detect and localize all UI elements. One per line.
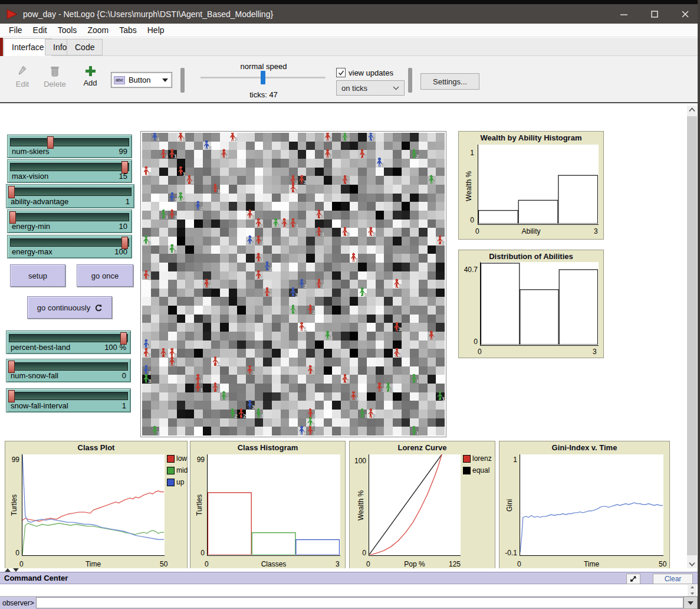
y-axis-label: Wealth % bbox=[465, 146, 473, 226]
svg-text:1: 1 bbox=[183, 197, 186, 203]
close-icon[interactable] bbox=[681, 10, 689, 18]
window-right-edge bbox=[698, 0, 700, 609]
slider-track[interactable] bbox=[9, 334, 128, 342]
slider-value: 1 bbox=[126, 197, 130, 206]
svg-text:1: 1 bbox=[165, 153, 169, 159]
svg-text:1: 1 bbox=[312, 421, 316, 428]
add-widget-button[interactable]: Add bbox=[80, 65, 101, 87]
slider-energy-max[interactable]: energy-max100 bbox=[7, 235, 132, 258]
slider-track[interactable] bbox=[10, 238, 129, 247]
slider-handle[interactable] bbox=[8, 390, 15, 402]
output-scrollbar[interactable] bbox=[688, 585, 696, 596]
y-axis-label: Turtles bbox=[195, 454, 203, 556]
plot-ability-distribution: Distribution of Abilities 40.7 0 0 3 bbox=[458, 250, 604, 358]
minimize-icon[interactable] bbox=[620, 10, 628, 18]
slider-num-snow-fall[interactable]: num-snow-fall0 bbox=[6, 359, 131, 382]
scroll-up-icon[interactable] bbox=[691, 586, 694, 588]
go-continuously-button[interactable]: go continuously bbox=[27, 296, 112, 319]
legend-item-equal: equal bbox=[463, 466, 489, 474]
title-bar[interactable]: pow_day - NetLogo {C:\Users\murph\DSTI\A… bbox=[0, 4, 698, 24]
slider-handle[interactable] bbox=[8, 186, 15, 198]
slider-track[interactable] bbox=[10, 213, 129, 221]
netlogo-logo-icon bbox=[5, 8, 18, 21]
svg-text:2: 2 bbox=[347, 136, 350, 142]
svg-text:1: 1 bbox=[330, 136, 333, 142]
main-scrollbar[interactable] bbox=[687, 106, 697, 568]
command-history-dropdown[interactable] bbox=[683, 597, 698, 609]
svg-text:3: 3 bbox=[321, 214, 324, 220]
legend-item-lorenz: lorenz bbox=[463, 454, 492, 463]
plot-class-histogram: Class Histogram 99 0 Turtles 0 Classes 3 bbox=[190, 441, 346, 568]
svg-text:1: 1 bbox=[174, 361, 178, 367]
speed-slider-handle[interactable] bbox=[261, 71, 265, 84]
plot-title: Lorenz Curve bbox=[350, 443, 495, 452]
scroll-down-icon[interactable] bbox=[687, 562, 697, 567]
menu-zoom[interactable]: Zoom bbox=[82, 24, 114, 37]
svg-text:2: 2 bbox=[200, 205, 203, 211]
slider-track[interactable] bbox=[9, 392, 128, 400]
slider-value: 0 bbox=[122, 371, 126, 380]
tab-code[interactable]: Code bbox=[67, 39, 103, 55]
scrollbar-thumb[interactable] bbox=[687, 116, 697, 555]
slider-percent-best-land[interactable]: percent-best-land100 % bbox=[6, 330, 131, 354]
expand-command-center-button[interactable] bbox=[626, 574, 640, 584]
x-tick-max: 3 bbox=[594, 227, 598, 235]
slider-track[interactable] bbox=[9, 188, 132, 196]
go-once-button[interactable]: go once bbox=[77, 264, 133, 287]
slider-track[interactable] bbox=[10, 138, 129, 146]
slider-name: ability-advantage bbox=[11, 197, 68, 206]
svg-text:1: 1 bbox=[261, 274, 264, 281]
scroll-up-icon[interactable] bbox=[687, 107, 697, 112]
svg-text:3: 3 bbox=[295, 309, 298, 315]
slider-energy-min[interactable]: energy-min10 bbox=[7, 209, 132, 233]
bottom-plots-row: Class Plot 99 0 Turtles low mid up 0 Tim… bbox=[0, 441, 675, 568]
view-updates-checkbox[interactable]: view updates bbox=[336, 68, 393, 77]
widget-type-dropdown[interactable]: abc Button bbox=[111, 72, 172, 88]
command-center-output[interactable] bbox=[0, 584, 698, 597]
menu-edit[interactable]: Edit bbox=[28, 24, 52, 37]
svg-text:3: 3 bbox=[442, 240, 445, 246]
plot-title: Class Histogram bbox=[190, 443, 345, 452]
legend-swatch bbox=[167, 467, 175, 474]
svg-text:1: 1 bbox=[287, 222, 290, 229]
slider-max-vision[interactable]: max-vision15 bbox=[7, 159, 132, 183]
delete-widget-button[interactable]: Delete bbox=[40, 65, 70, 89]
command-center-title: Command Center bbox=[4, 574, 68, 582]
world-view[interactable]: 1322231332332232333221131311213231212231… bbox=[140, 131, 446, 437]
slider-ability-advantage[interactable]: ability-advantage1 bbox=[6, 184, 134, 208]
menu-tools[interactable]: Tools bbox=[52, 24, 83, 37]
setup-button[interactable]: setup bbox=[10, 264, 65, 287]
slider-snow-fall-interval[interactable]: snow-fall-interval1 bbox=[6, 388, 131, 412]
scroll-down-icon[interactable] bbox=[691, 592, 694, 595]
forever-loop-icon bbox=[94, 304, 102, 312]
clear-button[interactable]: Clear bbox=[653, 574, 693, 584]
menu-file[interactable]: File bbox=[4, 24, 28, 37]
svg-text:3: 3 bbox=[252, 369, 255, 376]
svg-text:1: 1 bbox=[269, 292, 272, 298]
svg-text:3: 3 bbox=[304, 179, 307, 185]
svg-text:3: 3 bbox=[278, 222, 281, 229]
svg-text:1: 1 bbox=[217, 188, 221, 194]
slider-track[interactable] bbox=[10, 163, 129, 171]
command-input[interactable] bbox=[36, 597, 683, 608]
legend-swatch bbox=[167, 479, 175, 486]
menu-tabs[interactable]: Tabs bbox=[114, 24, 142, 37]
menu-help[interactable]: Help bbox=[142, 24, 170, 37]
slider-track[interactable] bbox=[9, 362, 128, 371]
slider-num-skiers[interactable]: num-skiers99 bbox=[7, 135, 132, 158]
update-mode-dropdown[interactable]: on ticks bbox=[336, 80, 405, 96]
legend-swatch bbox=[463, 455, 471, 463]
svg-text:3: 3 bbox=[390, 387, 393, 393]
settings-button[interactable]: Settings... bbox=[420, 73, 479, 90]
tab-strip bbox=[0, 38, 698, 56]
widget-type-value: Button bbox=[129, 76, 159, 84]
maximize-icon[interactable] bbox=[650, 10, 659, 18]
slider-value: 100 bbox=[114, 247, 127, 256]
edit-widget-button[interactable]: Edit bbox=[9, 65, 35, 89]
svg-text:3: 3 bbox=[148, 352, 151, 358]
svg-text:1: 1 bbox=[364, 412, 367, 419]
class-plot-canvas bbox=[22, 454, 164, 555]
x-tick-max: 3 bbox=[336, 560, 340, 568]
legend-swatch bbox=[167, 455, 175, 463]
svg-text:1: 1 bbox=[304, 430, 307, 436]
